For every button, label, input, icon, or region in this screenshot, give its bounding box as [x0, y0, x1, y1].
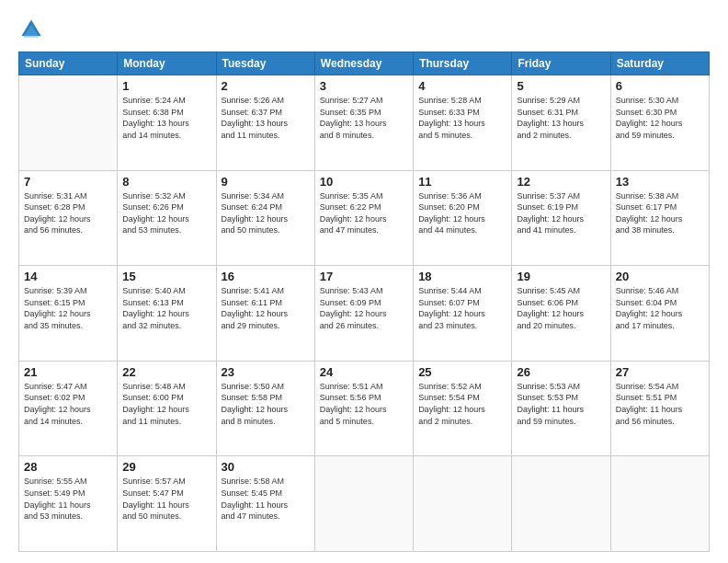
day-info: Sunrise: 5:24 AM Sunset: 6:38 PM Dayligh… [122, 95, 210, 141]
calendar-cell: 29Sunrise: 5:57 AM Sunset: 5:47 PM Dayli… [118, 456, 216, 552]
day-number: 2 [222, 79, 310, 93]
calendar-cell: 22Sunrise: 5:48 AM Sunset: 6:00 PM Dayli… [118, 361, 216, 456]
day-info: Sunrise: 5:51 AM Sunset: 5:56 PM Dayligh… [320, 381, 408, 427]
day-info: Sunrise: 5:37 AM Sunset: 6:19 PM Dayligh… [517, 190, 605, 236]
day-number: 8 [122, 175, 210, 189]
calendar-cell: 6Sunrise: 5:30 AM Sunset: 6:30 PM Daylig… [610, 75, 709, 171]
calendar-cell: 13Sunrise: 5:38 AM Sunset: 6:17 PM Dayli… [610, 170, 709, 266]
day-info: Sunrise: 5:58 AM Sunset: 5:45 PM Dayligh… [222, 476, 310, 522]
day-number: 26 [517, 365, 605, 379]
day-info: Sunrise: 5:53 AM Sunset: 5:53 PM Dayligh… [517, 381, 605, 427]
day-number: 17 [320, 270, 408, 283]
day-number: 11 [418, 175, 506, 189]
calendar-cell: 15Sunrise: 5:40 AM Sunset: 6:13 PM Dayli… [118, 266, 216, 362]
day-info: Sunrise: 5:47 AM Sunset: 6:02 PM Dayligh… [24, 381, 112, 427]
calendar-cell: 25Sunrise: 5:52 AM Sunset: 5:54 PM Dayli… [414, 361, 512, 456]
weekday-header-tuesday: Tuesday [216, 52, 314, 75]
day-info: Sunrise: 5:32 AM Sunset: 6:26 PM Dayligh… [122, 190, 210, 236]
calendar-cell: 9Sunrise: 5:34 AM Sunset: 6:24 PM Daylig… [216, 170, 314, 266]
day-number: 23 [222, 365, 310, 379]
calendar-week-2: 7Sunrise: 5:31 AM Sunset: 6:28 PM Daylig… [19, 170, 710, 266]
day-info: Sunrise: 5:45 AM Sunset: 6:06 PM Dayligh… [517, 285, 605, 331]
calendar-cell: 27Sunrise: 5:54 AM Sunset: 5:51 PM Dayli… [610, 361, 709, 456]
calendar-cell: 4Sunrise: 5:28 AM Sunset: 6:33 PM Daylig… [414, 75, 512, 171]
day-info: Sunrise: 5:46 AM Sunset: 6:04 PM Dayligh… [616, 285, 704, 331]
weekday-header-sunday: Sunday [19, 52, 118, 75]
day-number: 27 [616, 365, 704, 379]
day-info: Sunrise: 5:30 AM Sunset: 6:30 PM Dayligh… [616, 95, 704, 141]
day-info: Sunrise: 5:57 AM Sunset: 5:47 PM Dayligh… [122, 476, 210, 522]
day-number: 6 [616, 79, 704, 93]
calendar-cell: 12Sunrise: 5:37 AM Sunset: 6:19 PM Dayli… [512, 170, 610, 266]
calendar-cell [610, 456, 709, 552]
calendar-table: SundayMondayTuesdayWednesdayThursdayFrid… [18, 52, 710, 552]
day-info: Sunrise: 5:54 AM Sunset: 5:51 PM Dayligh… [616, 381, 704, 427]
day-info: Sunrise: 5:34 AM Sunset: 6:24 PM Dayligh… [222, 190, 310, 236]
calendar-cell: 23Sunrise: 5:50 AM Sunset: 5:58 PM Dayli… [216, 361, 314, 456]
calendar-cell [314, 456, 413, 552]
day-number: 30 [222, 460, 310, 474]
weekday-header-monday: Monday [118, 52, 216, 75]
calendar-week-5: 28Sunrise: 5:55 AM Sunset: 5:49 PM Dayli… [19, 456, 710, 552]
day-info: Sunrise: 5:28 AM Sunset: 6:33 PM Dayligh… [418, 95, 506, 141]
calendar-cell: 14Sunrise: 5:39 AM Sunset: 6:15 PM Dayli… [19, 266, 118, 362]
day-info: Sunrise: 5:35 AM Sunset: 6:22 PM Dayligh… [320, 190, 408, 236]
day-number: 18 [418, 270, 506, 283]
day-number: 4 [418, 79, 506, 93]
calendar-cell: 17Sunrise: 5:43 AM Sunset: 6:09 PM Dayli… [314, 266, 413, 362]
day-info: Sunrise: 5:27 AM Sunset: 6:35 PM Dayligh… [320, 95, 408, 141]
day-number: 7 [24, 175, 112, 189]
calendar-cell [19, 75, 118, 171]
calendar-cell: 1Sunrise: 5:24 AM Sunset: 6:38 PM Daylig… [118, 75, 216, 171]
day-info: Sunrise: 5:39 AM Sunset: 6:15 PM Dayligh… [24, 285, 112, 331]
day-info: Sunrise: 5:43 AM Sunset: 6:09 PM Dayligh… [320, 285, 408, 331]
weekday-header-thursday: Thursday [414, 52, 512, 75]
day-info: Sunrise: 5:48 AM Sunset: 6:00 PM Dayligh… [122, 381, 210, 427]
day-info: Sunrise: 5:29 AM Sunset: 6:31 PM Dayligh… [517, 95, 605, 141]
calendar-cell: 5Sunrise: 5:29 AM Sunset: 6:31 PM Daylig… [512, 75, 610, 171]
calendar-cell: 21Sunrise: 5:47 AM Sunset: 6:02 PM Dayli… [19, 361, 118, 456]
weekday-header-saturday: Saturday [610, 52, 709, 75]
day-number: 14 [24, 270, 112, 283]
day-info: Sunrise: 5:36 AM Sunset: 6:20 PM Dayligh… [418, 190, 506, 236]
calendar-cell: 20Sunrise: 5:46 AM Sunset: 6:04 PM Dayli… [610, 266, 709, 362]
day-number: 9 [222, 175, 310, 189]
day-number: 25 [418, 365, 506, 379]
calendar-cell: 26Sunrise: 5:53 AM Sunset: 5:53 PM Dayli… [512, 361, 610, 456]
day-info: Sunrise: 5:44 AM Sunset: 6:07 PM Dayligh… [418, 285, 506, 331]
calendar-cell [414, 456, 512, 552]
day-number: 19 [517, 270, 605, 283]
calendar-week-4: 21Sunrise: 5:47 AM Sunset: 6:02 PM Dayli… [19, 361, 710, 456]
day-number: 13 [616, 175, 704, 189]
day-number: 29 [122, 460, 210, 474]
day-info: Sunrise: 5:40 AM Sunset: 6:13 PM Dayligh… [122, 285, 210, 331]
day-number: 24 [320, 365, 408, 379]
weekday-header-friday: Friday [512, 52, 610, 75]
calendar-cell [512, 456, 610, 552]
weekday-header-row: SundayMondayTuesdayWednesdayThursdayFrid… [19, 52, 710, 75]
calendar-cell: 24Sunrise: 5:51 AM Sunset: 5:56 PM Dayli… [314, 361, 413, 456]
day-info: Sunrise: 5:55 AM Sunset: 5:49 PM Dayligh… [24, 476, 112, 522]
calendar-cell: 7Sunrise: 5:31 AM Sunset: 6:28 PM Daylig… [19, 170, 118, 266]
day-number: 21 [24, 365, 112, 379]
calendar-cell: 3Sunrise: 5:27 AM Sunset: 6:35 PM Daylig… [314, 75, 413, 171]
calendar-week-1: 1Sunrise: 5:24 AM Sunset: 6:38 PM Daylig… [19, 75, 710, 171]
calendar-cell: 30Sunrise: 5:58 AM Sunset: 5:45 PM Dayli… [216, 456, 314, 552]
day-number: 20 [616, 270, 704, 283]
day-number: 5 [517, 79, 605, 93]
day-info: Sunrise: 5:38 AM Sunset: 6:17 PM Dayligh… [616, 190, 704, 236]
calendar-cell: 2Sunrise: 5:26 AM Sunset: 6:37 PM Daylig… [216, 75, 314, 171]
day-number: 1 [122, 79, 210, 93]
day-info: Sunrise: 5:50 AM Sunset: 5:58 PM Dayligh… [222, 381, 310, 427]
day-number: 28 [24, 460, 112, 474]
calendar-cell: 28Sunrise: 5:55 AM Sunset: 5:49 PM Dayli… [19, 456, 118, 552]
day-info: Sunrise: 5:41 AM Sunset: 6:11 PM Dayligh… [222, 285, 310, 331]
calendar-cell: 8Sunrise: 5:32 AM Sunset: 6:26 PM Daylig… [118, 170, 216, 266]
day-number: 10 [320, 175, 408, 189]
calendar-week-3: 14Sunrise: 5:39 AM Sunset: 6:15 PM Dayli… [19, 266, 710, 362]
day-number: 22 [122, 365, 210, 379]
calendar-cell: 11Sunrise: 5:36 AM Sunset: 6:20 PM Dayli… [414, 170, 512, 266]
day-info: Sunrise: 5:26 AM Sunset: 6:37 PM Dayligh… [222, 95, 310, 141]
header [18, 17, 710, 42]
weekday-header-wednesday: Wednesday [314, 52, 413, 75]
